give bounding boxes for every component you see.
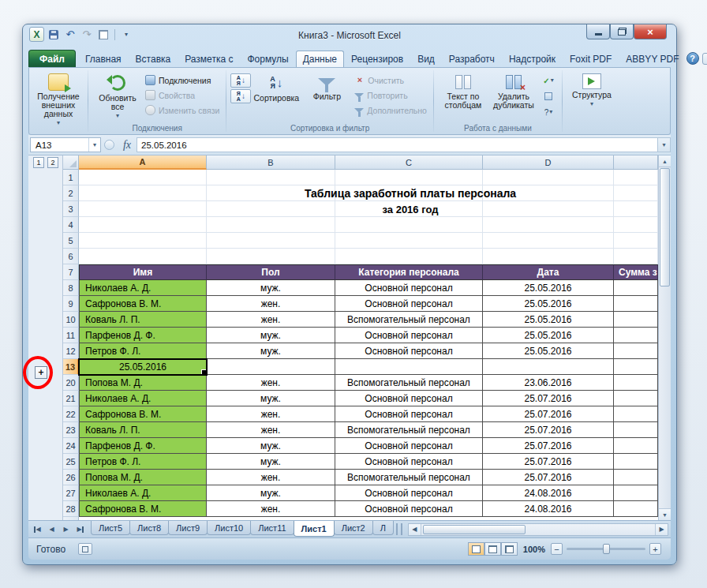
cell-category[interactable]: Основной персонал: [335, 454, 483, 470]
tab-split-handle[interactable]: [396, 523, 402, 535]
cell-name[interactable]: Коваль Л. П.: [79, 422, 207, 438]
empty-cell[interactable]: [335, 233, 483, 249]
row-number[interactable]: 1: [63, 170, 79, 185]
properties-button[interactable]: Свойства: [143, 88, 222, 102]
header-cell-name[interactable]: Имя: [79, 264, 207, 280]
cell-gender[interactable]: муж.: [207, 328, 335, 343]
row-number[interactable]: 20: [63, 375, 79, 391]
reapply-filter-button[interactable]: Повторить: [352, 88, 429, 102]
cell-category[interactable]: Основной персонал: [335, 280, 483, 296]
cell-sum[interactable]: [614, 501, 658, 517]
page-layout-view-button[interactable]: [484, 542, 501, 556]
empty-cell[interactable]: [79, 201, 207, 217]
row-number[interactable]: 6: [63, 249, 79, 264]
cell-sum[interactable]: [614, 422, 658, 438]
cell-sum[interactable]: [614, 343, 658, 359]
cell-category[interactable]: Основной персонал: [335, 391, 483, 406]
cell-category[interactable]: Основной персонал: [335, 343, 483, 359]
cell-sum[interactable]: [614, 391, 658, 406]
empty-cell[interactable]: [614, 170, 658, 185]
cell-date[interactable]: 25.07.2016: [483, 438, 614, 454]
cell-category[interactable]: Основной персонал: [335, 328, 483, 343]
vertical-scrollbar[interactable]: ▲ ▼: [658, 155, 671, 520]
cell-date[interactable]: 25.07.2016: [483, 406, 614, 422]
row-number[interactable]: 11: [63, 328, 79, 343]
cell-category[interactable]: Вспомогательный персонал: [335, 375, 483, 391]
empty-cell[interactable]: [483, 170, 614, 185]
outline-structure-button[interactable]: Структура ▾: [567, 70, 617, 119]
select-all-corner[interactable]: [63, 155, 79, 170]
restore-button[interactable]: [610, 24, 634, 39]
cell-name[interactable]: Николаев А. Д.: [79, 391, 207, 406]
empty-cell[interactable]: [79, 249, 207, 264]
empty-cell[interactable]: [614, 201, 658, 217]
empty-cell[interactable]: [483, 233, 614, 249]
cell-gender[interactable]: муж.: [207, 438, 335, 454]
column-header-a[interactable]: A: [79, 155, 207, 170]
cell-gender[interactable]: жен.: [207, 296, 335, 312]
cell-gender[interactable]: жен.: [207, 312, 335, 328]
row-number[interactable]: 2: [63, 185, 79, 201]
cell-sum[interactable]: [614, 485, 658, 501]
cell-gender[interactable]: [207, 359, 335, 375]
sheet-tab[interactable]: Лист5: [91, 521, 130, 535]
row-number[interactable]: 9: [63, 296, 79, 312]
connections-button[interactable]: Подключения: [143, 73, 222, 87]
row-number[interactable]: 27: [63, 485, 79, 501]
empty-cell[interactable]: [335, 170, 483, 185]
header-cell-date[interactable]: Дата: [483, 264, 614, 280]
cell-date[interactable]: 25.07.2016: [483, 391, 614, 406]
row-number[interactable]: 5: [63, 233, 79, 249]
sheet-tab[interactable]: Лист8: [129, 521, 169, 535]
cell-category[interactable]: [335, 359, 483, 375]
empty-cell[interactable]: [207, 233, 335, 249]
cell-gender[interactable]: муж.: [207, 485, 335, 501]
header-cell-sum[interactable]: Сумма з: [614, 264, 658, 280]
empty-cell[interactable]: [614, 249, 658, 264]
vertical-scroll-thumb[interactable]: [660, 168, 670, 287]
ribbon-tab[interactable]: Foxit PDF: [563, 51, 619, 67]
cell-category[interactable]: Основной персонал: [335, 296, 483, 312]
close-button[interactable]: ×: [634, 24, 667, 39]
ribbon-tab[interactable]: Вставка: [129, 51, 178, 67]
outline-level-1-button[interactable]: 1: [33, 157, 44, 168]
ribbon-tab[interactable]: Разметка с: [178, 51, 240, 67]
cell-gender[interactable]: жен.: [207, 406, 335, 422]
sheet-tab[interactable]: Лист10: [207, 521, 251, 535]
row-number[interactable]: 25: [63, 454, 79, 470]
cell-name[interactable]: Николаев А. Д.: [79, 485, 207, 501]
empty-cell[interactable]: [79, 170, 207, 185]
collapse-ribbon-button[interactable]: ▴: [702, 53, 707, 65]
filter-button[interactable]: Фильтр: [301, 70, 352, 119]
row-number[interactable]: 4: [63, 217, 79, 233]
ribbon-tab[interactable]: Данные: [296, 51, 344, 67]
cell-date[interactable]: 24.08.2016: [483, 485, 614, 501]
cell-sum[interactable]: [614, 328, 658, 343]
cell-sum[interactable]: [614, 296, 658, 312]
formula-bar-splitter[interactable]: [104, 140, 114, 150]
cell-date[interactable]: 25.05.2016: [483, 296, 614, 312]
empty-cell[interactable]: [614, 217, 658, 233]
cell-category[interactable]: Основной персонал: [335, 438, 483, 454]
cell-gender[interactable]: жен.: [207, 501, 335, 517]
row-number[interactable]: 21: [63, 391, 79, 406]
row-number[interactable]: 22: [63, 406, 79, 422]
sheet-tab[interactable]: Лист9: [168, 521, 208, 535]
cell-name[interactable]: Петров Ф. Л.: [79, 343, 207, 359]
row-number[interactable]: 7: [63, 264, 79, 280]
cell-sum[interactable]: [614, 280, 658, 296]
cell-category[interactable]: Основной персонал: [335, 406, 483, 422]
row-number[interactable]: 3: [63, 201, 79, 217]
what-if-analysis-button[interactable]: ? ▾: [539, 105, 558, 119]
cell-name[interactable]: Попова М. Д.: [79, 375, 207, 391]
row-number[interactable]: 26: [63, 470, 79, 485]
text-to-columns-button[interactable]: Текст по столбцам: [438, 70, 488, 119]
empty-cell[interactable]: [79, 185, 207, 201]
cell-name[interactable]: Николаев А. Д.: [79, 280, 207, 296]
column-header-b[interactable]: B: [207, 155, 335, 170]
next-sheet-button[interactable]: ▶: [59, 523, 73, 536]
sort-button[interactable]: АЯ ↓ Сортировка: [251, 70, 301, 119]
cell-category[interactable]: Основной персонал: [335, 501, 483, 517]
ribbon-tab[interactable]: Надстройк: [502, 51, 563, 67]
cell-date[interactable]: 25.05.2016: [483, 328, 614, 343]
